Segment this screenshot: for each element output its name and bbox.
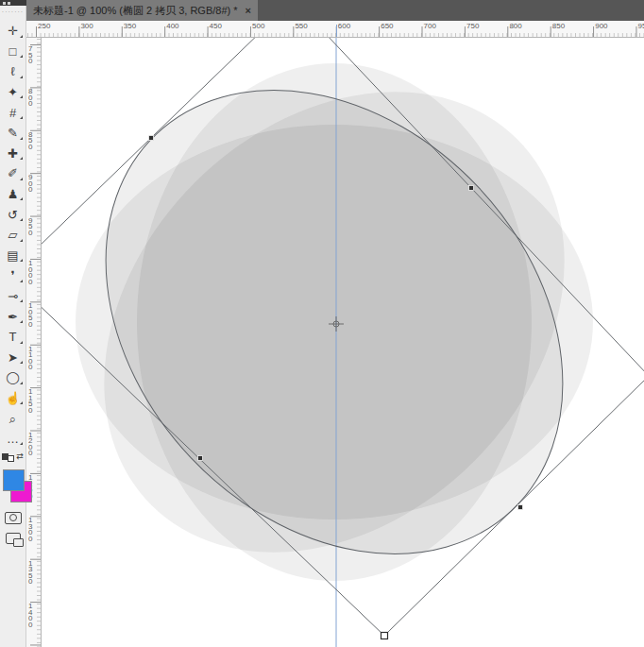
tools-panel: ······· ✛□ℓ✦#✎✚✐♟↺▱▤❜⊸✒T➤◯☝⌕… ⇄ xyxy=(0,6,26,647)
tool-magic-wand[interactable]: ✦ xyxy=(0,82,25,103)
pen-icon: ✒ xyxy=(8,311,18,323)
vruler-label: 1350 xyxy=(28,561,34,586)
tool-gradient[interactable]: ▤ xyxy=(0,246,25,266)
dodge-icon: ⊸ xyxy=(8,290,18,302)
vruler-label: 850 xyxy=(28,132,34,151)
tool-dodge[interactable]: ⊸ xyxy=(0,286,25,307)
tool-path-selection[interactable]: ➤ xyxy=(0,348,25,368)
tool-spot-healing-brush[interactable]: ✚ xyxy=(0,144,25,164)
vruler-label: 750 xyxy=(28,46,34,65)
corner-dot-icon xyxy=(8,2,10,5)
quick-mask-icon xyxy=(5,512,22,524)
document-tab[interactable]: 未标题-1 @ 100% (椭圆 2 拷贝 3, RGB/8#) * × xyxy=(26,0,258,21)
tool-eraser[interactable]: ▱ xyxy=(0,225,25,246)
hruler-label: 250 xyxy=(38,22,50,30)
rectangular-marquee-icon: □ xyxy=(9,45,17,58)
tool-crop[interactable]: # xyxy=(0,102,25,123)
document-tab-bar: 未标题-1 @ 100% (椭圆 2 拷贝 3, RGB/8#) * × xyxy=(26,0,644,21)
transform-handle[interactable] xyxy=(469,186,474,191)
default-swap-colors[interactable]: ⇄ xyxy=(0,449,25,464)
eraser-icon: ▱ xyxy=(8,229,18,241)
vruler-label: 1400 xyxy=(28,604,34,628)
tool-hand[interactable]: ☝ xyxy=(0,388,25,409)
vruler-label: 950 xyxy=(28,218,34,237)
vruler-label: 1100 xyxy=(28,347,34,371)
hruler-label: 800 xyxy=(509,22,521,30)
tool-type[interactable]: T xyxy=(0,327,25,348)
history-brush-icon: ↺ xyxy=(8,209,18,221)
edit-toolbar-icon: … xyxy=(7,433,19,445)
tool-blur[interactable]: ❜ xyxy=(0,265,25,286)
tool-eyedropper[interactable]: ✎ xyxy=(0,123,25,144)
corner-dot-icon xyxy=(3,2,6,5)
path-selection-icon: ➤ xyxy=(8,351,18,364)
crop-icon: # xyxy=(9,107,16,119)
tool-clone-stamp[interactable]: ♟ xyxy=(0,184,25,205)
hruler-label: 300 xyxy=(80,22,93,30)
tool-lasso[interactable]: ℓ xyxy=(0,61,25,82)
spot-healing-brush-icon: ✚ xyxy=(8,147,18,160)
document-title: 未标题-1 @ 100% (椭圆 2 拷贝 3, RGB/8#) * xyxy=(33,4,238,18)
tool-brush[interactable]: ✐ xyxy=(0,163,25,184)
tool-zoom[interactable]: ⌕ xyxy=(0,408,25,429)
corner-transform-handle[interactable] xyxy=(381,633,388,639)
tool-list: ✛□ℓ✦#✎✚✐♟↺▱▤❜⊸✒T➤◯☝⌕… xyxy=(0,21,25,449)
toolbar-drag-handle[interactable]: ······· xyxy=(0,6,25,21)
clone-stamp-icon: ♟ xyxy=(8,188,19,200)
vruler-label: 1150 xyxy=(28,389,34,414)
tool-rectangular-marquee[interactable]: □ xyxy=(0,42,25,62)
swap-colors-icon[interactable]: ⇄ xyxy=(16,451,24,461)
default-colors-back-icon xyxy=(8,455,14,462)
hand-icon: ☝ xyxy=(5,392,20,404)
vertical-ruler[interactable]: 7508008509009501000105011001150120012501… xyxy=(26,38,42,647)
vruler-label: 1050 xyxy=(28,303,34,328)
hruler-label: 900 xyxy=(595,22,607,30)
hruler-label: 700 xyxy=(424,22,436,30)
foreground-color-swatch[interactable] xyxy=(3,469,25,491)
magic-wand-icon: ✦ xyxy=(8,86,18,98)
vruler-label: 800 xyxy=(28,89,34,108)
hruler-label: 350 xyxy=(124,22,136,30)
hruler-label: 550 xyxy=(295,22,307,30)
hruler-label: 650 xyxy=(381,22,393,30)
hruler-label: 450 xyxy=(210,22,222,30)
photoshop-window: 未标题-1 @ 100% (椭圆 2 拷贝 3, RGB/8#) * × ···… xyxy=(0,0,644,647)
horizontal-ruler[interactable]: 2503003504004505005506006507007508008509… xyxy=(26,21,644,38)
eyedropper-icon: ✎ xyxy=(8,127,18,139)
hruler-label: 750 xyxy=(466,22,479,30)
ellipse-shape-icon: ◯ xyxy=(6,371,20,383)
guide-ruler-tick xyxy=(336,25,337,37)
transform-handle[interactable] xyxy=(149,136,154,141)
hruler-label: 500 xyxy=(252,22,264,30)
lasso-icon: ℓ xyxy=(10,65,14,77)
vruler-label: 1000 xyxy=(28,261,34,285)
tool-history-brush[interactable]: ↺ xyxy=(0,204,25,225)
tool-ellipse-shape[interactable]: ◯ xyxy=(0,367,25,388)
screen-mode-icon xyxy=(6,533,21,544)
gradient-icon: ▤ xyxy=(7,249,18,262)
blur-icon: ❜ xyxy=(10,269,14,281)
hruler-label: 850 xyxy=(552,22,565,30)
brush-icon: ✐ xyxy=(8,167,18,179)
vruler-label: 1300 xyxy=(28,518,34,542)
screen-mode-button[interactable] xyxy=(0,528,25,549)
hruler-label: 400 xyxy=(166,22,178,30)
color-swatches xyxy=(0,466,25,507)
move-icon: ✛ xyxy=(8,25,18,37)
canvas-area[interactable] xyxy=(42,38,644,647)
hruler-label: 950 xyxy=(638,22,644,30)
tool-edit-toolbar[interactable]: … xyxy=(0,429,25,450)
hruler-label: 600 xyxy=(338,22,350,30)
tool-pen[interactable]: ✒ xyxy=(0,306,25,327)
transform-handle[interactable] xyxy=(518,505,523,510)
zoom-icon: ⌕ xyxy=(9,413,16,425)
vruler-label: 1200 xyxy=(28,433,34,457)
vruler-label: 900 xyxy=(28,175,34,194)
transform-handle[interactable] xyxy=(198,456,203,461)
canvas-svg[interactable] xyxy=(42,38,644,647)
tab-close-icon[interactable]: × xyxy=(246,5,251,16)
tool-move[interactable]: ✛ xyxy=(0,21,25,42)
quick-mask-button[interactable] xyxy=(0,507,25,528)
type-icon: T xyxy=(9,331,17,343)
